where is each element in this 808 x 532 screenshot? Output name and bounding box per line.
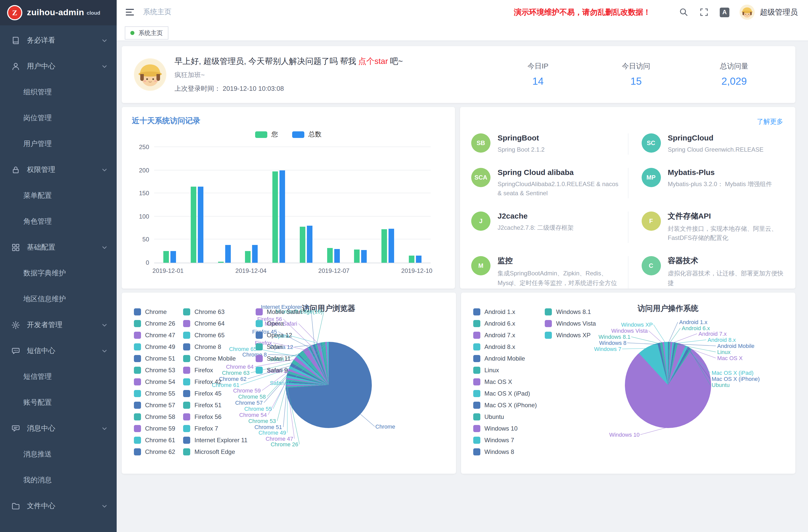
- sidebar-subitem[interactable]: 我的消息: [0, 467, 117, 493]
- username[interactable]: 超级管理员: [760, 7, 798, 17]
- tech-desc: 集成SpringBootAdmin、Zipkin、Redis、Mysql、定时任…: [498, 269, 619, 289]
- y-tick-label: 0: [146, 259, 149, 266]
- legend-item[interactable]: Safari 11: [256, 352, 302, 364]
- pie-label: Android 8.x: [706, 337, 736, 343]
- search-icon[interactable]: [679, 7, 688, 17]
- legend-item[interactable]: Linux: [473, 364, 537, 376]
- legend-item[interactable]: Windows 8.1: [545, 306, 596, 317]
- sidebar-subitem[interactable]: 短信管理: [0, 364, 117, 389]
- sidebar-group[interactable]: 文件中心: [0, 493, 117, 519]
- y-tick-label: 100: [139, 213, 149, 220]
- legend-item[interactable]: Mobile Safari: [256, 306, 302, 317]
- sidebar-group[interactable]: 务必详看: [0, 27, 117, 53]
- legend-item[interactable]: Windows XP: [545, 329, 596, 341]
- legend-item[interactable]: 总数: [292, 130, 322, 139]
- sidebar-subitem[interactable]: 组织管理: [0, 79, 117, 105]
- legend-item[interactable]: Android 8.x: [473, 341, 537, 352]
- sidebar-subitem[interactable]: 用户管理: [0, 131, 117, 157]
- legend-item[interactable]: Windows Vista: [545, 317, 596, 329]
- legend-item[interactable]: Firefox 45: [183, 387, 247, 399]
- fullscreen-icon[interactable]: [699, 7, 709, 17]
- legend-item[interactable]: Firefox 56: [183, 411, 247, 422]
- legend-item[interactable]: Chrome 8: [183, 341, 247, 352]
- legend-item[interactable]: Mac OS X (iPhone): [473, 399, 537, 411]
- legend-item[interactable]: Opera 12: [256, 329, 302, 341]
- legend-item[interactable]: Internet Explorer 11: [183, 434, 247, 446]
- pie-label: Android 1.x: [678, 319, 707, 325]
- legend-item[interactable]: Chrome 55: [134, 387, 175, 399]
- legend-item[interactable]: Chrome: [134, 306, 175, 317]
- legend-item[interactable]: Chrome 26: [134, 317, 175, 329]
- legend-item[interactable]: Chrome 47: [134, 329, 175, 341]
- tab-home[interactable]: 系统主页: [125, 26, 168, 40]
- legend-item[interactable]: Chrome Mobile: [183, 352, 247, 364]
- avatar[interactable]: [739, 4, 755, 20]
- legend-item[interactable]: Firefox 42: [183, 376, 247, 387]
- learn-more-link[interactable]: 了解更多: [757, 117, 783, 126]
- legend-item[interactable]: Firefox: [183, 364, 247, 376]
- legend-item[interactable]: Safari 9: [256, 364, 302, 376]
- legend-item[interactable]: Android 6.x: [473, 317, 537, 329]
- legend-item[interactable]: Mac OS X (iPad): [473, 387, 537, 399]
- legend-item[interactable]: Chrome 62: [134, 446, 175, 457]
- sidebar-group-label: 开发者管理: [27, 320, 102, 329]
- main-area: 系统主页 演示环境维护不易，请勿乱删乱改数据！ A 超级管理员 系统主页: [117, 0, 808, 532]
- star-link[interactable]: 点个star: [358, 57, 388, 65]
- chevron-down-icon: [102, 348, 108, 354]
- sidebar-group[interactable]: 权限管理: [0, 157, 117, 183]
- font-size-icon[interactable]: A: [720, 7, 729, 17]
- sidebar-subitem[interactable]: 岗位管理: [0, 105, 117, 131]
- sidebar-subitem[interactable]: 账号配置: [0, 389, 117, 415]
- sidebar-group[interactable]: 用户中心: [0, 53, 117, 79]
- legend-swatch: [256, 320, 263, 327]
- legend-item[interactable]: Windows 8: [473, 446, 537, 457]
- legend-item[interactable]: Opera: [256, 317, 302, 329]
- legend-swatch: [473, 320, 480, 327]
- sidebar-subitem[interactable]: 角色管理: [0, 208, 117, 234]
- sidebar-subitem[interactable]: 菜单配置: [0, 183, 117, 208]
- app-logo[interactable]: Z zuihou-admin cloud: [0, 0, 117, 25]
- legend-item[interactable]: Firefox 7: [183, 422, 247, 434]
- legend-item[interactable]: Chrome 58: [134, 411, 175, 422]
- os-pie-chart[interactable]: [625, 342, 711, 428]
- bar-group: [156, 147, 183, 263]
- legend-item[interactable]: Chrome 65: [183, 329, 247, 341]
- legend-swatch: [473, 355, 480, 362]
- legend-item[interactable]: Windows 7: [473, 434, 537, 446]
- sidebar-group[interactable]: 开发者管理: [0, 312, 117, 338]
- collapse-menu-icon[interactable]: [125, 7, 135, 17]
- legend-item[interactable]: 您: [255, 130, 278, 139]
- tech-title: SpringBoot: [498, 133, 545, 142]
- legend-swatch: [473, 425, 480, 432]
- legend-item[interactable]: Chrome 54: [134, 376, 175, 387]
- sidebar-group[interactable]: 消息中心: [0, 415, 117, 441]
- legend-item[interactable]: Firefox 51: [183, 399, 247, 411]
- bar-group: [319, 147, 347, 263]
- legend-item[interactable]: Windows 10: [473, 422, 537, 434]
- bar: [171, 251, 176, 263]
- legend-item[interactable]: Chrome 57: [134, 399, 175, 411]
- bar: [164, 251, 169, 263]
- legend-item[interactable]: Chrome 53: [134, 364, 175, 376]
- legend-item[interactable]: Chrome 51: [134, 352, 175, 364]
- pie-label: Android 6.x: [681, 325, 710, 331]
- legend-item[interactable]: Android 1.x: [473, 306, 537, 317]
- legend-item[interactable]: Microsoft Edge: [183, 446, 247, 457]
- sidebar-subitem[interactable]: 数据字典维护: [0, 260, 117, 286]
- sidebar-subitem[interactable]: 消息推送: [0, 441, 117, 467]
- legend-item[interactable]: Chrome 64: [183, 317, 247, 329]
- legend-swatch: [256, 366, 263, 373]
- legend-item[interactable]: Android 7.x: [473, 329, 537, 341]
- legend-item[interactable]: Chrome 61: [134, 434, 175, 446]
- legend-item[interactable]: Mac OS X: [473, 376, 537, 387]
- legend-item[interactable]: Ubuntu: [473, 411, 537, 422]
- legend-item[interactable]: Chrome 49: [134, 341, 175, 352]
- sidebar-group[interactable]: 短信中心: [0, 338, 117, 364]
- legend-item[interactable]: Android Mobile: [473, 352, 537, 364]
- legend-item[interactable]: Safari: [256, 341, 302, 352]
- tab-active-dot: [130, 31, 134, 35]
- legend-item[interactable]: Chrome 63: [183, 306, 247, 317]
- sidebar-group[interactable]: 基础配置: [0, 234, 117, 260]
- sidebar-subitem[interactable]: 地区信息维护: [0, 286, 117, 312]
- legend-item[interactable]: Chrome 59: [134, 422, 175, 434]
